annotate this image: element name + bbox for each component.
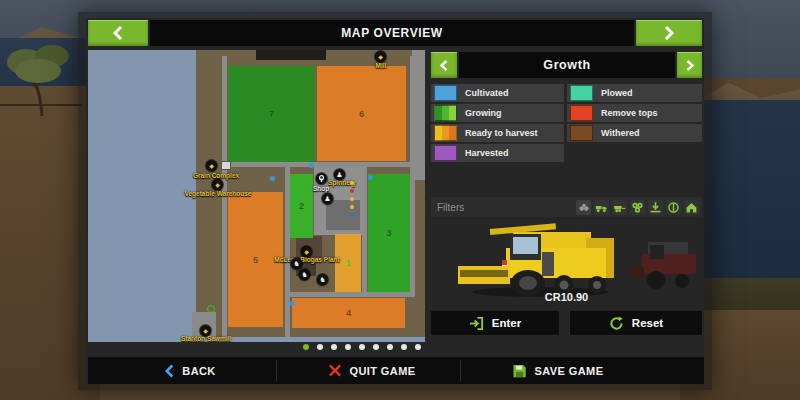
field-4: 4: [292, 298, 405, 328]
legend-label: Cultivated: [465, 88, 509, 98]
plowed-swatch: [570, 85, 593, 101]
legend-item-harvested: Harvested: [431, 144, 564, 162]
map-info-dot: [309, 163, 314, 168]
back-label: BACK: [182, 365, 215, 377]
poi-biogas-label: McLean Biogas Plant: [274, 256, 339, 263]
withered-swatch: [570, 125, 593, 141]
save-floppy-icon: [513, 364, 527, 378]
page-title: MAP OVERVIEW: [341, 26, 442, 40]
bottom-action-bar: BACK QUIT GAME SAVE GAME: [88, 357, 704, 384]
divider: [460, 360, 461, 381]
header-prev-button[interactable]: [88, 20, 148, 46]
map-sale-dot: [350, 189, 354, 193]
chevron-right-icon: [686, 60, 694, 71]
pagination-dot: [359, 344, 365, 350]
pagination-dot: [317, 344, 323, 350]
reset-icon: [609, 316, 624, 331]
legend-item-cultivated: Cultivated: [431, 84, 564, 102]
poi-boot-icon: ♟: [322, 193, 333, 204]
poi-vegetable-warehouse-icon: ◆: [212, 179, 223, 190]
enter-label: Enter: [492, 317, 521, 329]
pagination-dot: [415, 344, 421, 350]
legend-label: Plowed: [601, 88, 633, 98]
field-number: 2: [299, 201, 304, 211]
poi-animal-icon: ♞: [317, 274, 328, 285]
reset-button[interactable]: Reset: [570, 311, 702, 335]
poi-sawmill-label: Stanton Sawmill: [181, 335, 231, 342]
growing-swatch: [434, 105, 457, 121]
truck-icon[interactable]: [594, 200, 609, 215]
filters-bar: Filters: [431, 197, 702, 217]
map-info-dot: [368, 175, 373, 180]
next-combine-image[interactable]: [630, 238, 702, 290]
poi-vegetable-warehouse-label: Vegetable Warehouse: [185, 190, 252, 197]
house-icon[interactable]: [684, 200, 699, 215]
field-number: 7: [269, 109, 274, 119]
quit-game-button[interactable]: QUIT GAME: [329, 357, 416, 384]
ready-swatch: [434, 125, 457, 141]
chevron-right-icon: [664, 26, 674, 40]
divider: [276, 360, 277, 381]
growth-prev-button[interactable]: [431, 52, 457, 78]
screen: MAP OVERVIEW 7 6 2 3 1 5 4 ◆ Mill ◆ Grai: [0, 0, 800, 400]
legend-label: Growing: [465, 108, 502, 118]
reset-label: Reset: [632, 317, 663, 329]
legend-label: Ready to harvest: [465, 128, 538, 138]
download-icon[interactable]: [648, 200, 663, 215]
legend-item-plowed: Plowed: [567, 84, 702, 102]
circle-bar-icon[interactable]: [666, 200, 681, 215]
field-1: 1: [335, 234, 361, 292]
chevron-left-icon: [113, 26, 123, 40]
binoculars-icon[interactable]: [576, 200, 591, 215]
pagination-dot: [331, 344, 337, 350]
harvested-swatch: [434, 145, 457, 161]
poi-mill-label: Mill: [376, 62, 387, 69]
field-number: 3: [386, 228, 391, 238]
combine-harvester-image[interactable]: [458, 222, 623, 298]
filters-label: Filters: [437, 202, 576, 213]
pagination-dot: [401, 344, 407, 350]
field-number: 1: [345, 258, 350, 268]
field-2: 2: [290, 174, 313, 238]
legend-item-growing: Growing: [431, 104, 564, 122]
wrench-icon: [318, 175, 325, 182]
field-number: 4: [346, 308, 351, 318]
map-info-dot: [290, 301, 295, 306]
map-overview[interactable]: 7 6 2 3 1 5 4 ◆ Mill ◆ Grain Complex ◆ V…: [88, 50, 425, 342]
map-sale-dot: [350, 213, 354, 217]
poi-shop-label: Shop: [313, 185, 329, 192]
poi-animal-icon: ♞: [299, 269, 310, 280]
menu-pagination: [303, 344, 421, 350]
field-7: 7: [228, 66, 315, 162]
map-building-strip: [256, 50, 326, 60]
grain-complex-sprite: [221, 161, 231, 170]
map-sale-dot: [350, 197, 354, 201]
map-sale-dot: [350, 181, 354, 185]
trailer-icon[interactable]: [612, 200, 627, 215]
save-game-button[interactable]: SAVE GAME: [513, 357, 604, 384]
header-next-button[interactable]: [636, 20, 702, 46]
shop-building: [326, 200, 360, 230]
quit-x-icon: [329, 364, 342, 377]
back-chevron-icon: [164, 364, 174, 378]
gears-icon[interactable]: [630, 200, 645, 215]
cultivated-swatch: [434, 85, 457, 101]
vehicle-name: CR10.90: [431, 291, 702, 303]
field-number: 6: [359, 109, 364, 119]
enter-icon: [469, 316, 484, 331]
growth-next-button[interactable]: [677, 52, 702, 78]
legend-item-ready-to-harvest: Ready to harvest: [431, 124, 564, 142]
save-label: SAVE GAME: [535, 365, 604, 377]
legend-label: Remove tops: [601, 108, 658, 118]
poi-grain-complex-label: Grain Complex: [193, 172, 239, 179]
field-number: 5: [253, 255, 258, 265]
growth-title-bar: Growth: [459, 52, 675, 78]
pagination-dot: [373, 344, 379, 350]
poi-grain-complex-icon: ◆: [206, 160, 217, 171]
legend-label: Withered: [601, 128, 639, 138]
remove-tops-swatch: [570, 105, 593, 121]
growth-title: Growth: [543, 58, 590, 72]
legend-item-remove-tops: Remove tops: [567, 104, 702, 122]
back-button[interactable]: BACK: [164, 357, 215, 384]
enter-button[interactable]: Enter: [431, 311, 559, 335]
